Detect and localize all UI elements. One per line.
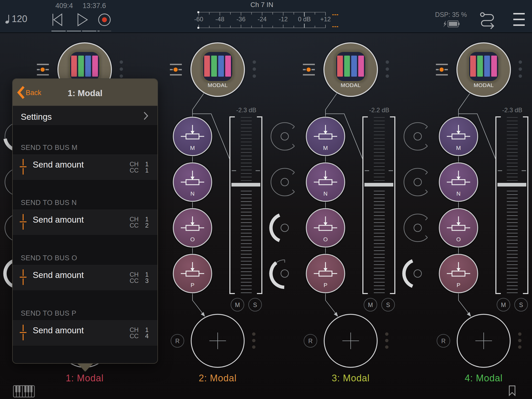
svg-text:-36: -36 [236,16,245,23]
svg-text:4: Modal: 4: Modal [465,373,503,383]
svg-text:-2.3 dB: -2.3 dB [236,107,256,114]
svg-text:R: R [441,338,446,344]
svg-text:2: Modal: 2: Modal [199,373,237,383]
svg-text:-60: -60 [194,16,203,23]
svg-text:409:4: 409:4 [55,2,73,10]
svg-text:MODAL: MODAL [341,82,361,88]
svg-text:O: O [190,236,195,243]
svg-text:M: M [456,145,461,151]
svg-text:P: P [324,282,328,288]
svg-text:13:37.6: 13:37.6 [83,2,106,10]
svg-text:-12: -12 [279,16,288,23]
svg-text:+12: +12 [320,16,331,23]
svg-text:M: M [323,145,328,151]
svg-text:-2.2 dB: -2.2 dB [369,107,389,114]
svg-text:3: Modal: 3: Modal [332,373,370,383]
svg-text:O: O [456,236,461,243]
svg-text:N: N [190,190,195,197]
svg-text:0 dB: 0 dB [298,16,311,23]
svg-text:Ch 7 IN: Ch 7 IN [250,1,273,9]
svg-text:P: P [457,282,461,288]
svg-text:-48: -48 [215,16,224,23]
svg-text:MODAL: MODAL [474,82,494,88]
svg-text:-24: -24 [258,16,267,23]
svg-text:120: 120 [12,14,27,24]
svg-text:DSP: 35 %: DSP: 35 % [435,11,467,18]
svg-text:1: Modal: 1: Modal [66,373,104,383]
svg-text:P: P [191,282,195,288]
svg-text:N: N [323,190,328,197]
svg-text:MODAL: MODAL [208,82,228,88]
svg-text:R: R [175,338,180,344]
svg-text:N: N [456,190,461,197]
svg-text:-2.3 dB: -2.3 dB [502,107,522,114]
svg-text:S: S [386,302,390,308]
svg-text:M: M [190,145,195,151]
svg-text:R: R [308,338,313,344]
svg-text:S: S [253,302,257,308]
svg-text:O: O [323,236,328,243]
svg-text:M: M [501,302,506,308]
svg-text:M: M [368,302,373,308]
svg-text:S: S [519,302,523,308]
svg-text:M: M [235,302,240,308]
